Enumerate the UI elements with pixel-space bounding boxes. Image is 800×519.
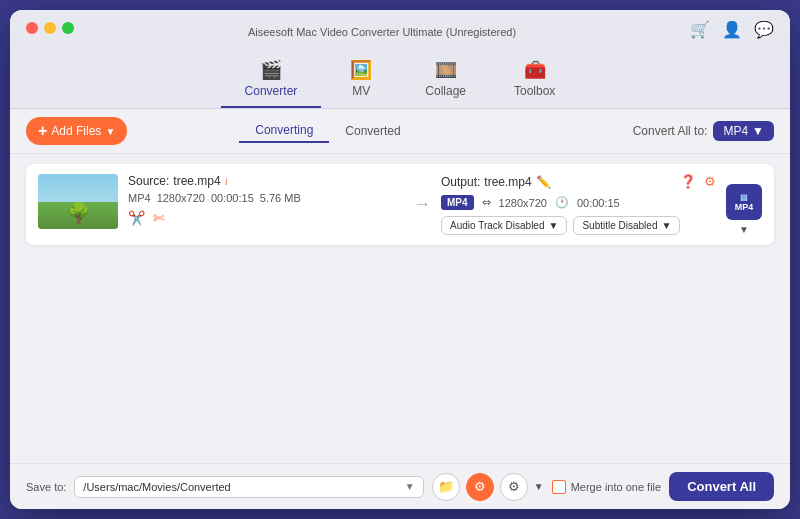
clip-icon[interactable]: ✄ [153, 210, 165, 226]
bottom-chevron-icon: ▼ [534, 481, 544, 492]
format-value: MP4 [723, 124, 748, 138]
resize-icon: ⇔ [482, 196, 491, 209]
tab-collage[interactable]: 🎞️ Collage [401, 53, 490, 108]
source-info: Source: tree.mp4 i [128, 174, 403, 188]
settings-icon[interactable]: ⚙ [704, 174, 716, 189]
file-list: 🌳 Source: tree.mp4 i MP4 1280x720 00:00:… [10, 154, 790, 463]
add-files-button[interactable]: + Add Files ▼ [26, 117, 127, 145]
bottom-icons: 📁 ⚙ ⚙ ▼ [432, 473, 544, 501]
main-tabs: 🎬 Converter 🖼️ MV 🎞️ Collage 🧰 Toolbox [26, 49, 774, 108]
clock-icon: 🕐 [555, 196, 569, 209]
folder-icon[interactable]: 📁 [432, 473, 460, 501]
tab-mv[interactable]: 🖼️ MV [321, 53, 401, 108]
title-bar: Aiseesoft Mac Video Converter Ultimate (… [10, 10, 790, 109]
save-path-input[interactable]: /Users/mac/Movies/Converted ▼ [74, 476, 423, 498]
badge-chevron-icon: ▼ [739, 224, 749, 235]
output-duration: 00:00:15 [577, 197, 620, 209]
file-meta: MP4 1280x720 00:00:15 5.76 MB [128, 192, 403, 204]
path-chevron-icon: ▼ [405, 481, 415, 492]
cart-icon[interactable]: 🛒 [690, 20, 710, 39]
format-output-badge[interactable]: ▤ MP4 [726, 184, 762, 220]
plus-icon: + [38, 122, 47, 140]
bottom-bar: Save to: /Users/mac/Movies/Converted ▼ 📁… [10, 463, 790, 509]
meta-format: MP4 [128, 192, 151, 204]
settings-gear2-icon[interactable]: ⚙ [500, 473, 528, 501]
app-title: Aiseesoft Mac Video Converter Ultimate (… [74, 26, 690, 38]
source-label: Source: [128, 174, 169, 188]
traffic-lights [26, 22, 74, 34]
file-actions: ✂️ ✄ [128, 210, 403, 226]
toolbar: + Add Files ▼ Converting Converted Conve… [10, 109, 790, 154]
merge-label: Merge into one file [571, 481, 662, 493]
app-window: Aiseesoft Mac Video Converter Ultimate (… [10, 10, 790, 509]
merge-checkbox[interactable] [552, 480, 566, 494]
toolbox-icon: 🧰 [524, 59, 546, 81]
edit-icon[interactable]: ✏️ [536, 175, 551, 189]
output-resolution: 1280x720 [499, 197, 547, 209]
meta-duration: 00:00:15 [211, 192, 254, 204]
chevron-down-icon: ▼ [105, 126, 115, 137]
converter-icon: 🎬 [260, 59, 282, 81]
file-item: 🌳 Source: tree.mp4 i MP4 1280x720 00:00:… [26, 164, 774, 245]
collage-icon: 🎞️ [435, 59, 457, 81]
format-dropdown[interactable]: MP4 ▼ [713, 121, 774, 141]
arrow-section: → [413, 174, 431, 215]
subtitle-select[interactable]: Subtitle Disabled ▼ [573, 216, 680, 235]
help-icon[interactable]: ❓ [680, 174, 696, 189]
file-info: Source: tree.mp4 i MP4 1280x720 00:00:15… [128, 174, 403, 226]
convert-all-section: Convert All to: MP4 ▼ [633, 121, 774, 141]
user-icon[interactable]: 👤 [722, 20, 742, 39]
save-to-label: Save to: [26, 481, 66, 493]
tab-toolbox[interactable]: 🧰 Toolbox [490, 53, 579, 108]
mv-icon: 🖼️ [350, 59, 372, 81]
output-header-actions: ❓ ⚙ [680, 174, 716, 189]
tab-converter[interactable]: 🎬 Converter [221, 53, 322, 108]
convert-all-button[interactable]: Convert All [669, 472, 774, 501]
subtitle-chevron-icon: ▼ [661, 220, 671, 231]
status-tabs: Converting Converted [239, 119, 416, 143]
message-icon[interactable]: 💬 [754, 20, 774, 39]
audio-chevron-icon: ▼ [549, 220, 559, 231]
cut-icon[interactable]: ✂️ [128, 210, 145, 226]
output-meta: MP4 ⇔ 1280x720 🕐 00:00:15 [441, 195, 716, 210]
output-label: Output: [441, 175, 480, 189]
close-button[interactable] [26, 22, 38, 34]
converting-tab[interactable]: Converting [239, 119, 329, 143]
minimize-button[interactable] [44, 22, 56, 34]
meta-size: 5.76 MB [260, 192, 301, 204]
settings-gear-icon[interactable]: ⚙ [466, 473, 494, 501]
arrow-right-icon: → [413, 194, 431, 215]
dropdown-chevron-icon: ▼ [752, 124, 764, 138]
path-value: /Users/mac/Movies/Converted [83, 481, 230, 493]
thumbnail: 🌳 [38, 174, 118, 229]
source-filename: tree.mp4 [173, 174, 220, 188]
converted-tab[interactable]: Converted [329, 119, 416, 143]
info-icon[interactable]: i [225, 175, 228, 187]
title-icons: 🛒 👤 💬 [690, 20, 774, 43]
output-format-badge: MP4 [441, 195, 474, 210]
output-dropdowns: Audio Track Disabled ▼ Subtitle Disabled… [441, 216, 716, 235]
meta-resolution: 1280x720 [157, 192, 205, 204]
merge-section: Merge into one file [552, 480, 662, 494]
output-header: Output: tree.mp4 ✏️ ❓ ⚙ [441, 174, 716, 189]
output-section: Output: tree.mp4 ✏️ ❓ ⚙ MP4 ⇔ 1280x720 🕐… [441, 174, 716, 235]
convert-all-label: Convert All to: [633, 124, 708, 138]
maximize-button[interactable] [62, 22, 74, 34]
audio-track-select[interactable]: Audio Track Disabled ▼ [441, 216, 567, 235]
output-filename: tree.mp4 [484, 175, 531, 189]
